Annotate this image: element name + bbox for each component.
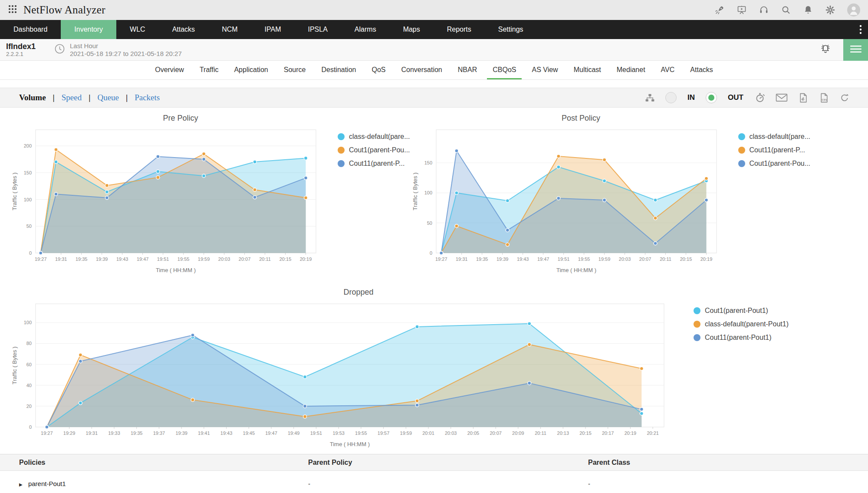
- tab-multicast[interactable]: Multicast: [568, 61, 607, 79]
- column-header-parent-class[interactable]: Parent Class: [588, 459, 868, 467]
- top-bar: NetFlow Analyzer: [0, 0, 868, 20]
- tab-as-view[interactable]: AS View: [526, 61, 563, 79]
- svg-text:20:07: 20:07: [239, 256, 251, 262]
- search-icon[interactable]: [781, 5, 791, 15]
- column-header-parent-policy[interactable]: Parent Policy: [308, 459, 588, 467]
- legend-item[interactable]: class-default(pare...: [738, 133, 811, 141]
- svg-text:Traffic ( Bytes ): Traffic ( Bytes ): [11, 346, 18, 384]
- view-separator: |: [53, 93, 55, 102]
- direction-out-label[interactable]: OUT: [728, 93, 743, 102]
- apps-grid-icon[interactable]: [8, 4, 17, 16]
- svg-text:19:31: 19:31: [86, 431, 98, 436]
- export-pdf-icon[interactable]: [798, 92, 809, 103]
- export-csv-icon[interactable]: CSV: [819, 92, 829, 103]
- nav-item-ipsla[interactable]: IPSLA: [295, 20, 341, 39]
- legend-dot-icon: [694, 321, 700, 328]
- direction-in-label[interactable]: IN: [687, 93, 695, 102]
- tab-qos[interactable]: QoS: [366, 61, 391, 79]
- tab-overview[interactable]: Overview: [149, 61, 190, 79]
- nav-item-wlc[interactable]: WLC: [116, 20, 159, 39]
- svg-text:20:19: 20:19: [625, 431, 637, 436]
- svg-text:19:57: 19:57: [378, 431, 390, 436]
- nav-item-ncm[interactable]: NCM: [208, 20, 251, 39]
- svg-text:200: 200: [24, 143, 32, 148]
- nav-item-reports[interactable]: Reports: [434, 20, 485, 39]
- legend-dot-icon: [338, 133, 345, 140]
- legend-dot-icon: [738, 133, 745, 140]
- svg-text:19:43: 19:43: [516, 256, 529, 262]
- legend-item[interactable]: class-default(pare...: [338, 133, 410, 141]
- svg-text:20:11: 20:11: [535, 431, 546, 436]
- direction-out-radio[interactable]: [706, 92, 717, 103]
- svg-text:19:51: 19:51: [157, 256, 169, 262]
- nav-item-inventory[interactable]: Inventory: [61, 20, 116, 39]
- rocket-icon[interactable]: [714, 5, 725, 15]
- expand-caret-icon[interactable]: ▶: [19, 482, 23, 487]
- nav-overflow-kebab-icon[interactable]: [853, 20, 868, 39]
- svg-text:19:29: 19:29: [63, 431, 76, 436]
- legend-item[interactable]: Cout1(parent-Pout1): [694, 307, 789, 315]
- refresh-icon[interactable]: [839, 92, 850, 103]
- svg-text:Time ( HH:MM ): Time ( HH:MM ): [156, 267, 196, 273]
- nav-item-alarms[interactable]: Alarms: [341, 20, 390, 39]
- svg-text:19:37: 19:37: [153, 431, 165, 436]
- schedule-timer-icon[interactable]: [754, 92, 766, 103]
- tab-nbar[interactable]: NBAR: [452, 61, 483, 79]
- legend-item[interactable]: Cout1(parent-Pou...: [338, 146, 410, 154]
- nav-item-settings[interactable]: Settings: [485, 20, 537, 39]
- tab-conversation[interactable]: Conversation: [395, 61, 447, 79]
- legend-item[interactable]: class-default(parent-Pout1): [694, 320, 789, 328]
- gear-icon[interactable]: [825, 5, 835, 15]
- presentation-icon[interactable]: [736, 5, 747, 15]
- svg-text:20:11: 20:11: [259, 256, 271, 262]
- pre-policy-plot: 05010015020019:2719:3119:3519:3919:4319:…: [10, 125, 326, 280]
- svg-text:20:09: 20:09: [512, 431, 524, 436]
- svg-text:19:59: 19:59: [598, 256, 610, 262]
- legend-item[interactable]: Cout11(parent-P...: [338, 160, 410, 168]
- tab-avc[interactable]: AVC: [655, 61, 681, 79]
- sitemap-icon[interactable]: [644, 92, 655, 103]
- view-queue[interactable]: Queue: [97, 93, 119, 102]
- nav-item-attacks[interactable]: Attacks: [159, 20, 208, 39]
- tab-source[interactable]: Source: [278, 61, 312, 79]
- direction-in-radio[interactable]: [665, 92, 677, 103]
- tab-medianet[interactable]: Medianet: [611, 61, 651, 79]
- tab-cbqos[interactable]: CBQoS: [487, 61, 522, 79]
- bell-icon[interactable]: [803, 5, 813, 15]
- policy-name: parent-Pout1: [28, 480, 66, 487]
- legend-label: class-default(pare...: [349, 133, 410, 141]
- svg-text:Time ( HH:MM ): Time ( HH:MM ): [330, 441, 370, 447]
- view-volume[interactable]: Volume: [19, 93, 46, 102]
- clock-icon[interactable]: [54, 43, 66, 56]
- period-label: Last Hour: [70, 42, 182, 50]
- table-row[interactable]: ▶ parent-Pout1 - -: [0, 471, 868, 493]
- svg-text:100: 100: [424, 190, 432, 195]
- legend-item[interactable]: Cout1(parent-Pou...: [738, 160, 811, 168]
- avatar[interactable]: [847, 3, 860, 16]
- alarm-bell-icon[interactable]: [819, 43, 832, 57]
- nav-item-ipam[interactable]: IPAM: [251, 20, 295, 39]
- time-period-selector[interactable]: Last Hour 2021-05-18 19:27 to 2021-05-18…: [70, 42, 182, 58]
- column-header-policies[interactable]: Policies: [19, 459, 308, 467]
- legend-label: Cout1(parent-Pou...: [349, 146, 410, 154]
- legend-label: Cout1(parent-Pou...: [750, 160, 811, 168]
- view-packets[interactable]: Packets: [135, 93, 160, 102]
- view-separator: |: [89, 93, 90, 102]
- tab-application[interactable]: Application: [228, 61, 273, 79]
- side-menu-button[interactable]: [843, 39, 868, 61]
- tab-destination[interactable]: Destination: [316, 61, 362, 79]
- legend-item[interactable]: Cout11(parent-Pout1): [694, 334, 789, 342]
- tab-attacks[interactable]: Attacks: [684, 61, 718, 79]
- nav-item-dashboard[interactable]: Dashboard: [0, 20, 61, 39]
- view-speed[interactable]: Speed: [62, 93, 82, 102]
- svg-text:CSV: CSV: [822, 98, 828, 101]
- svg-text:20:15: 20:15: [579, 431, 592, 436]
- device-subheader: IfIndex1 2.2.2.1 Last Hour 2021-05-18 19…: [0, 39, 868, 61]
- email-icon[interactable]: [776, 93, 788, 102]
- nav-item-maps[interactable]: Maps: [390, 20, 434, 39]
- headset-icon[interactable]: [759, 5, 769, 15]
- tab-traffic[interactable]: Traffic: [194, 61, 224, 79]
- dropped-plot: 02040608010019:2719:2919:3119:3319:3519:…: [10, 299, 682, 454]
- legend-item[interactable]: Cout11(parent-P...: [738, 146, 811, 154]
- view-separator: |: [126, 93, 128, 102]
